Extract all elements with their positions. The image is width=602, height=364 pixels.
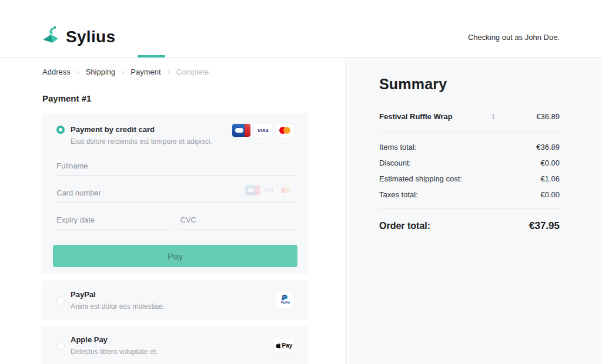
cb-card-icon [232, 124, 250, 137]
brand-logo[interactable]: Sylius [41, 25, 115, 49]
total-label: Items total: [379, 143, 417, 151]
cvc-input[interactable] [180, 213, 295, 230]
summary-title: Summary [379, 76, 560, 93]
expiry-date-input[interactable] [56, 213, 170, 230]
checkout-column: Address › Shipping › Payment › Complete … [0, 58, 345, 364]
total-label: Estimated shipping cost: [379, 175, 462, 183]
payment-method-credit-card: Payment by credit card Eius dolore reici… [42, 113, 308, 274]
total-value: €36.89 [536, 143, 560, 151]
shipping-cost-row: Estimated shipping cost: €1.06 [379, 175, 560, 183]
order-item-row: Festival Ruffle Wrap 1 €36.89 [379, 112, 560, 121]
accepted-cards: VISA [232, 124, 294, 137]
mastercard-icon [276, 124, 294, 137]
method-name[interactable]: Payment by credit card [71, 125, 212, 134]
breadcrumb-item-shipping[interactable]: Shipping [86, 68, 116, 76]
divider [379, 208, 560, 209]
pay-button[interactable]: Pay [53, 245, 297, 267]
page-title: Payment #1 [42, 93, 345, 103]
method-description: Eius dolore reiciendis est tempore et ad… [71, 137, 212, 146]
credit-card-form: VISA Pay [56, 159, 294, 267]
discount-row: Discount: €0.00 [379, 159, 560, 167]
method-description: Animi est dolor eos molestiae. [71, 302, 165, 311]
items-total-row: Items total: €36.89 [379, 143, 560, 151]
checkout-user-note: Checking out as John Doe. [468, 33, 560, 42]
swan-icon [41, 25, 61, 49]
main-content: Address › Shipping › Payment › Complete … [0, 58, 602, 364]
order-total-label: Order total: [379, 221, 430, 231]
breadcrumb-item-complete: Complete [176, 68, 209, 76]
item-name: Festival Ruffle Wrap [379, 112, 480, 121]
total-value: €0.00 [540, 191, 560, 198]
visa-icon: VISA [254, 124, 272, 137]
item-price: €36.89 [507, 112, 560, 121]
visa-icon: VISA [262, 185, 276, 196]
card-number-hint-icons: VISA [245, 185, 293, 196]
breadcrumb-item-address[interactable]: Address [42, 68, 71, 76]
brand-name: Sylius [66, 28, 115, 46]
order-total-value: €37.95 [529, 220, 560, 232]
paypal-radio[interactable] [56, 296, 65, 305]
method-description: Delectus libero voluptate et. [71, 348, 158, 356]
order-total-row: Order total: €37.95 [379, 220, 560, 232]
divider [379, 131, 560, 132]
total-label: Taxes total: [379, 191, 418, 198]
header: Sylius Checking out as John Doe. [0, 0, 602, 58]
apple-pay-icon: Pay [274, 339, 294, 352]
fullname-input[interactable] [56, 159, 294, 176]
paypal-icon: P P PayPal [276, 292, 294, 308]
taxes-total-row: Taxes total: €0.00 [379, 191, 560, 198]
item-quantity: 1 [480, 112, 507, 121]
apple-icon [276, 342, 281, 349]
total-label: Discount: [379, 159, 411, 167]
cb-card-icon [245, 185, 260, 196]
mastercard-icon [278, 185, 293, 196]
credit-card-radio[interactable] [56, 126, 65, 134]
chevron-separator-icon: › [122, 68, 124, 76]
breadcrumb: Address › Shipping › Payment › Complete [42, 68, 345, 76]
chevron-separator-icon: › [168, 68, 170, 76]
total-value: €0.00 [540, 159, 560, 167]
totals-list: Items total: €36.89 Discount: €0.00 Esti… [379, 143, 560, 198]
method-name[interactable]: PayPal [71, 290, 165, 299]
apple-pay-radio[interactable] [56, 342, 65, 350]
order-summary: Summary Festival Ruffle Wrap 1 €36.89 It… [345, 58, 602, 364]
method-name[interactable]: Apple Pay [71, 335, 158, 344]
payment-method-paypal: PayPal Animi est dolor eos molestiae. P … [42, 281, 308, 320]
payment-method-apple-pay: Apple Pay Delectus libero voluptate et. … [42, 326, 308, 364]
breadcrumb-item-payment[interactable]: Payment [131, 68, 160, 76]
chevron-separator-icon: › [77, 68, 79, 76]
total-value: €1.06 [540, 175, 560, 183]
